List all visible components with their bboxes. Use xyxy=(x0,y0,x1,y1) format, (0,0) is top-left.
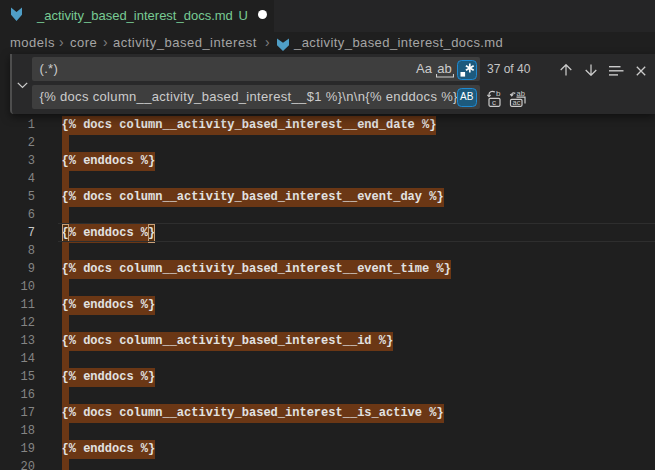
svg-text:b: b xyxy=(496,90,501,98)
svg-text:ab: ab xyxy=(517,90,525,98)
svg-text:ac: ac xyxy=(513,98,521,107)
svg-text:c: c xyxy=(492,98,496,107)
